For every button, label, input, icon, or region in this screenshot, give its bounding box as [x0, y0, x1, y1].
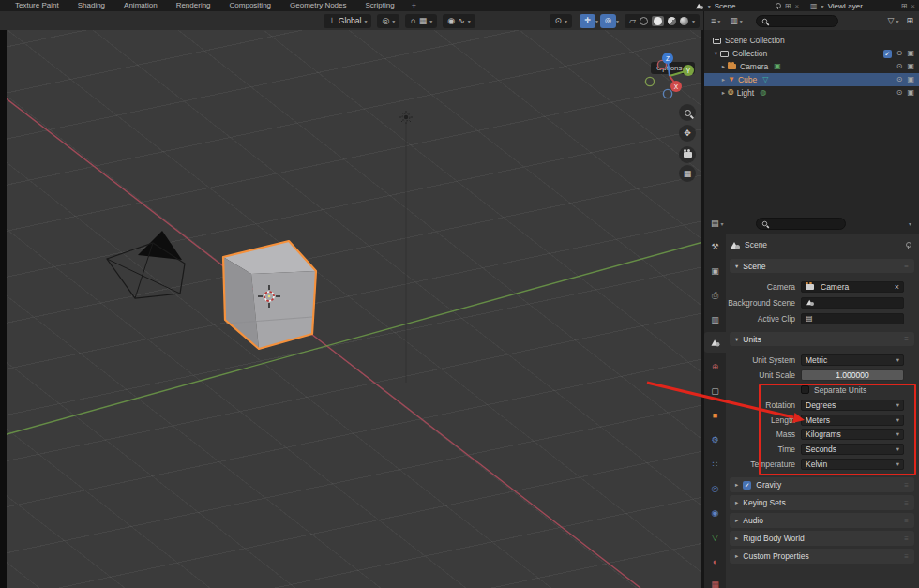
xray-toggle[interactable]: ▱	[629, 17, 636, 25]
unit-scale-field[interactable]: 1.000000	[801, 369, 904, 381]
new-scene-icon[interactable]: ⊞	[785, 2, 791, 10]
tab-texture[interactable]: ▦	[704, 574, 726, 588]
chevron-down-icon[interactable]: ▾	[821, 3, 824, 9]
panel-scene-header[interactable]: ▾ Scene ≡	[730, 259, 914, 273]
tab-particles[interactable]: ∷	[704, 454, 726, 475]
workspace-tab-rendering[interactable]: Rendering	[167, 0, 220, 11]
view-layer-name[interactable]: ViewLayer	[828, 2, 897, 10]
pan-button[interactable]: ✥	[679, 125, 696, 142]
editor-separator[interactable]	[701, 11, 704, 588]
shading-rendered-button[interactable]	[680, 17, 688, 25]
hide-eye-icon[interactable]: ⊙	[896, 50, 903, 57]
zoom-button[interactable]	[679, 104, 696, 121]
disclosure-triangle-icon[interactable]: ▾	[712, 50, 720, 57]
navigation-gizmo[interactable]: Z Y X	[640, 49, 701, 105]
disable-render-icon[interactable]: ▣	[907, 50, 914, 57]
shading-material-button[interactable]	[668, 17, 676, 25]
tab-object[interactable]: ■	[704, 405, 726, 426]
proportional-editing-controls[interactable]: ◉ ∿ ▾	[443, 14, 475, 28]
tab-world[interactable]: ⊕	[704, 356, 726, 377]
chevron-down-icon[interactable]: ▾	[721, 220, 724, 227]
outliner-row-collection[interactable]: ▾ Collection ✓ ⊙ ▣	[704, 47, 919, 60]
filter-funnel-icon[interactable]: ▽	[888, 17, 895, 25]
panel-units-header[interactable]: ▾ Units ≡	[730, 332, 914, 346]
pivot-point-dropdown[interactable]: ◎ ▾	[377, 14, 399, 28]
properties-search[interactable]	[756, 218, 846, 230]
outliner-row-camera[interactable]: ▸ Camera ▣ ⊙ ▣	[704, 60, 919, 73]
disclosure-triangle-icon[interactable]: ▸	[719, 63, 728, 70]
tab-material[interactable]: ◐	[704, 551, 726, 572]
workspace-tab-geometry-nodes[interactable]: Geometry Nodes	[280, 0, 355, 11]
chevron-down-icon[interactable]: ▾	[708, 3, 711, 9]
add-workspace-button[interactable]: +	[404, 0, 424, 11]
workspace-tab-shading[interactable]: Shading	[68, 0, 114, 11]
workspace-tab-animation[interactable]: Animation	[114, 0, 167, 11]
shading-solid-button[interactable]	[652, 16, 664, 26]
display-mode-icon[interactable]: ≡	[711, 17, 716, 25]
viewport-3d[interactable]: Options ▾ Z Y X ✥ ▦	[0, 30, 703, 588]
tab-output[interactable]: ⎙	[704, 285, 726, 306]
editor-type-icon[interactable]: ▤	[711, 219, 719, 228]
show-overlays-toggle[interactable]: ◎	[600, 14, 616, 28]
gravity-checkbox[interactable]: ✓	[743, 481, 751, 490]
drag-grip-icon[interactable]: ≡	[904, 335, 909, 343]
show-gizmo-toggle[interactable]: ✛	[580, 14, 595, 28]
options-chevron-icon[interactable]: ▾	[909, 220, 911, 227]
active-clip-field[interactable]: ▤	[801, 313, 904, 324]
mass-dropdown[interactable]: Kilograms ▾	[801, 429, 904, 440]
tab-render[interactable]: ▣	[704, 261, 726, 281]
workspace-tab-texture-paint[interactable]: Texture Paint	[6, 0, 68, 11]
clear-icon[interactable]: ×	[895, 282, 899, 292]
new-view-layer-icon[interactable]: ⊞	[901, 2, 908, 10]
filter-display-icon[interactable]: ▥	[730, 17, 738, 25]
drag-grip-icon[interactable]: ≡	[904, 552, 909, 561]
background-scene-field[interactable]	[801, 297, 904, 309]
new-collection-icon[interactable]: ⊞	[906, 17, 913, 25]
temperature-dropdown[interactable]: Kelvin ▾	[801, 459, 904, 470]
unlink-scene-icon[interactable]: ×	[794, 2, 799, 10]
gizmo-neg-y[interactable]	[645, 77, 654, 85]
scene-name[interactable]: Scene	[715, 2, 771, 10]
disable-render-icon[interactable]: ▣	[907, 89, 914, 97]
hide-eye-icon[interactable]: ⊙	[896, 89, 903, 97]
tab-physics[interactable]: ◎	[704, 478, 726, 499]
time-dropdown[interactable]: Seconds ▾	[801, 444, 904, 455]
length-dropdown[interactable]: Meters ▾	[801, 415, 904, 426]
shading-wireframe-button[interactable]	[640, 17, 648, 25]
panel-keying-sets[interactable]: ▸ Keying Sets ≡	[730, 495, 914, 510]
unit-system-dropdown[interactable]: Metric ▾	[801, 354, 904, 366]
disable-render-icon[interactable]: ▣	[907, 76, 914, 83]
perspective-toggle-button[interactable]: ▦	[679, 165, 696, 182]
outliner-row-scene-collection[interactable]: Scene Collection	[704, 34, 919, 47]
separate-units-checkbox[interactable]	[801, 385, 809, 394]
outliner-row-cube[interactable]: ▸ ▼ Cube ▽ ⊙ ▣	[704, 73, 919, 86]
tab-object-data[interactable]: ▽	[704, 527, 726, 548]
drag-grip-icon[interactable]: ≡	[904, 262, 909, 270]
tab-view-layer[interactable]: ▥	[704, 309, 726, 330]
snapping-controls[interactable]: ∩ ▦ ▾	[405, 14, 437, 28]
light-object[interactable]	[399, 111, 413, 124]
drag-grip-icon[interactable]: ≡	[904, 481, 909, 490]
drag-grip-icon[interactable]: ≡	[904, 517, 909, 525]
camera-object[interactable]	[107, 231, 185, 298]
camera-view-button[interactable]	[679, 146, 696, 163]
hide-eye-icon[interactable]: ⊙	[896, 63, 903, 70]
tab-tool[interactable]: ⚒	[704, 236, 726, 257]
chevron-down-icon[interactable]: ▾	[595, 18, 598, 24]
hide-eye-icon[interactable]: ⊙	[896, 76, 903, 83]
drag-grip-icon[interactable]: ≡	[904, 535, 909, 543]
rotation-dropdown[interactable]: Degrees ▾	[801, 400, 904, 411]
panel-custom-properties[interactable]: ▸ Custom Properties ≡	[730, 549, 914, 564]
chevron-down-icon[interactable]: ▾	[896, 18, 898, 24]
gizmo-neg-z[interactable]	[663, 89, 671, 98]
remove-view-layer-icon[interactable]: ×	[911, 2, 915, 10]
tab-scene[interactable]	[704, 332, 726, 353]
camera-field[interactable]: Camera ×	[801, 281, 904, 293]
workspace-tab-compositing[interactable]: Compositing	[220, 0, 280, 11]
chevron-down-icon[interactable]: ▾	[740, 18, 743, 24]
collection-checkbox[interactable]: ✓	[883, 50, 892, 58]
tab-collection[interactable]: ▢	[704, 381, 726, 401]
panel-gravity[interactable]: ▸ ✓ Gravity ≡	[730, 477, 914, 492]
outliner-search[interactable]	[756, 15, 838, 27]
tab-constraints[interactable]: ◉	[704, 503, 726, 523]
